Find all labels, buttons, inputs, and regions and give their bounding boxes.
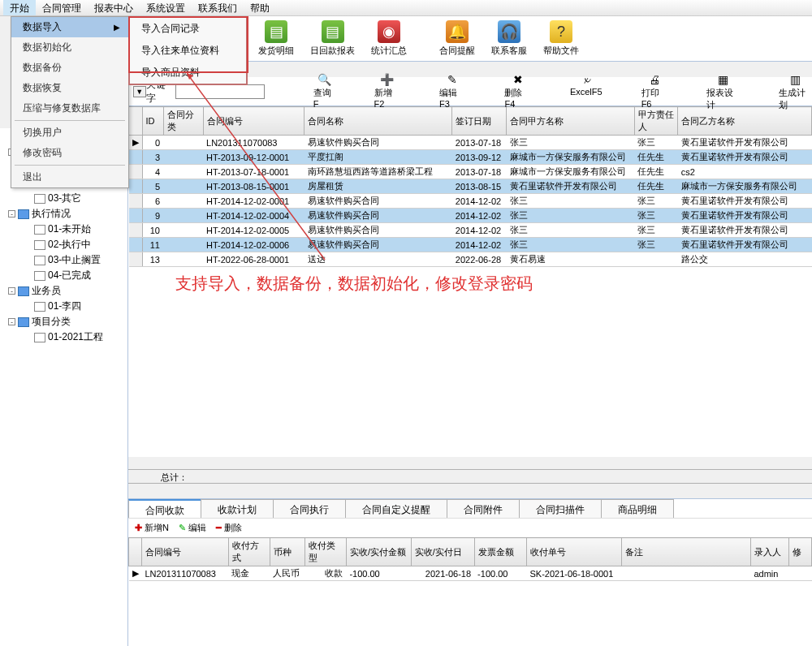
detail-tab[interactable]: 合同附件	[447, 499, 520, 518]
folder-icon	[34, 302, 45, 312]
tb2-btn-4[interactable]: 𝔁ExcelF5	[570, 72, 603, 111]
bell-icon: 🔔	[446, 20, 469, 43]
svg-marker-1	[187, 73, 193, 80]
tbtn-daily[interactable]: ▤日回款报表	[302, 17, 363, 60]
menubar: 开始 合同管理 报表中心 系统设置 联系我们 帮助	[0, 0, 812, 16]
tree-node[interactable]: 02-执行中	[2, 237, 126, 252]
tree-node[interactable]: 04-已完成	[2, 268, 126, 283]
folder-icon	[34, 256, 45, 265]
tree-toggle-icon[interactable]: -	[8, 210, 15, 217]
col-header[interactable]: 实收/实付日	[411, 538, 474, 566]
col-header[interactable]: 修	[789, 538, 812, 566]
tb2-icon: ▦	[715, 72, 732, 87]
col-header[interactable]: 合同编号	[142, 538, 229, 566]
ditem-backup[interactable]: 数据备份	[11, 58, 128, 78]
folder-icon	[34, 225, 45, 235]
tb2-btn-7[interactable]: ▥生成计划	[779, 72, 812, 111]
detail-tab[interactable]: 合同自定义提醒	[345, 499, 447, 518]
col-header[interactable]: 币种	[270, 538, 304, 566]
ditem-restore[interactable]: 数据恢复	[11, 78, 128, 98]
ditem-changepw[interactable]: 修改密码	[11, 143, 128, 163]
col-header[interactable]: 备注	[621, 538, 750, 566]
ditem-exit[interactable]: 退出	[11, 167, 128, 187]
tbtn-remind[interactable]: 🔔合同提醒	[431, 17, 483, 60]
col-header[interactable]: 合同乙方名称	[678, 107, 812, 136]
help-icon: ?	[550, 20, 572, 43]
menu-contract[interactable]: 合同管理	[36, 0, 88, 15]
start-dropdown: 数据导入▶ 数据初始化 数据备份 数据恢复 压缩与修复数据库 切换用户 修改密码…	[11, 16, 129, 188]
minus-icon: ━	[216, 523, 222, 533]
menu-settings[interactable]: 系统设置	[140, 0, 192, 15]
detail-tab[interactable]: 合同执行	[273, 499, 346, 518]
tree-node[interactable]: -业务员	[2, 283, 126, 299]
folder-icon	[34, 333, 45, 342]
folder-icon	[34, 240, 45, 250]
tb2-btn-2[interactable]: ✎编辑F3	[439, 72, 465, 111]
menu-help[interactable]: 帮助	[244, 0, 276, 15]
tbtn-service[interactable]: 🎧联系客服	[483, 17, 535, 60]
detail-tab[interactable]: 合同扫描件	[519, 499, 602, 518]
tbtn-delivery[interactable]: ▤发货明细	[250, 17, 302, 60]
tb2-btn-3[interactable]: ✖删除F4	[504, 72, 530, 111]
tree-toggle-icon[interactable]: -	[8, 287, 15, 295]
nav-tree: 1-2021-收付类型01-收款02-付款03-其它-执行情况01-未开始02-…	[0, 128, 128, 646]
detail-toolbar: ✚新增N ✎编辑 ━删除	[128, 518, 812, 537]
menu-contact[interactable]: 联系我们	[192, 0, 244, 15]
tb2-icon: ✖	[510, 72, 526, 87]
col-header[interactable]: 签订日期	[452, 107, 507, 136]
svg-line-0	[187, 73, 325, 260]
col-header[interactable]: ID	[142, 107, 163, 136]
tree-node[interactable]: -项目分类	[2, 314, 126, 329]
col-header[interactable]: 实收/实付金额	[346, 538, 411, 566]
tree-node[interactable]: 03-其它	[2, 191, 126, 206]
ditem-init[interactable]: 数据初始化	[11, 37, 128, 58]
daily-icon: ▤	[322, 20, 344, 43]
tree-node[interactable]: 01-未开始	[2, 222, 126, 237]
tb2-icon: ✎	[444, 72, 460, 87]
tree-node[interactable]: -执行情况	[2, 206, 126, 222]
col-header[interactable]: 收付单号	[527, 538, 622, 566]
col-header[interactable]: 录入人	[750, 538, 788, 566]
tree-node[interactable]: 03-中止搁置	[2, 252, 126, 268]
ditem-import[interactable]: 数据导入▶	[11, 17, 128, 37]
tree-node[interactable]: 01-2021工程	[2, 329, 126, 345]
tbtn-helpfile[interactable]: ?帮助文件	[535, 17, 587, 60]
col-header[interactable]: 收付类型	[304, 538, 346, 566]
annotation-text: 支持导入，数据备份，数据初始化，修改登录密码	[175, 273, 533, 295]
folder-icon	[18, 286, 29, 296]
detail-tab[interactable]: 合同收款	[128, 499, 201, 518]
stats-icon: ◉	[378, 20, 400, 43]
col-header[interactable]: 收付方式	[228, 538, 270, 566]
payment-grid[interactable]: 合同编号收付方式币种收付类型实收/实付金额实收/实付日发票金额收付单号备注录入人…	[128, 537, 812, 646]
col-header[interactable]: 甲方责任人	[634, 107, 677, 136]
btn-edit[interactable]: ✎编辑	[179, 522, 206, 534]
ditem-switchuser[interactable]: 切换用户	[11, 123, 128, 143]
btn-del[interactable]: ━删除	[216, 522, 242, 534]
tbtn-stats[interactable]: ◉统计汇总	[363, 17, 415, 60]
folder-icon	[34, 194, 45, 204]
tb2-icon: 🖨	[646, 72, 663, 87]
menu-report[interactable]: 报表中心	[88, 0, 140, 15]
pencil-icon: ✎	[179, 523, 186, 533]
btn-add[interactable]: ✚新增N	[135, 522, 169, 534]
dropdown-toggle-icon[interactable]: ▼	[133, 86, 146, 97]
tb2-btn-6[interactable]: ▦报表设计	[706, 72, 740, 111]
detail-tab[interactable]: 商品明细	[601, 499, 674, 518]
detail-tab[interactable]: 收款计划	[201, 499, 274, 518]
folder-icon	[18, 317, 29, 327]
tree-toggle-icon[interactable]: -	[8, 318, 15, 325]
tb2-btn-1[interactable]: ➕新增F2	[374, 72, 400, 111]
col-header[interactable]: 发票金额	[474, 538, 526, 566]
tree-node[interactable]: 01-李四	[2, 299, 126, 314]
menu-start[interactable]: 开始	[3, 0, 36, 15]
tb2-btn-5[interactable]: 🖨打印F6	[641, 72, 667, 111]
sitem-unit[interactable]: 导入往来单位资料	[130, 40, 246, 62]
plus-icon: ✚	[135, 523, 142, 533]
chevron-right-icon: ▶	[114, 23, 120, 32]
ditem-compact[interactable]: 压缩与修复数据库	[11, 98, 128, 118]
sitem-contract[interactable]: 导入合同记录	[130, 18, 246, 40]
tb2-icon: 𝔁	[578, 72, 594, 87]
col-header[interactable]: 合同甲方名称	[507, 107, 635, 136]
folder-icon	[18, 209, 29, 219]
tb2-icon: ▥	[788, 72, 804, 87]
